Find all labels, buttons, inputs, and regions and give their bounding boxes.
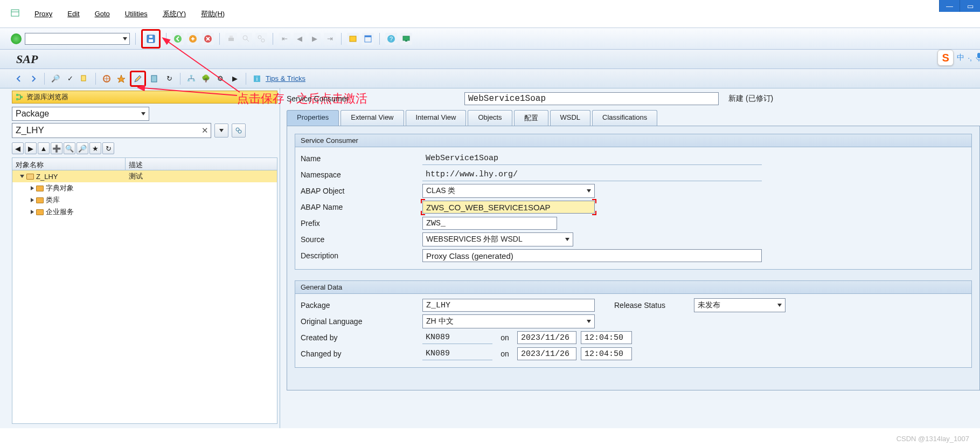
other-object-icon[interactable] [149,73,161,85]
display-button[interactable] [232,123,246,138]
tips-tricks-link[interactable]: Tips & Tricks [266,74,305,83]
tab-bar: Properties External View Internal View O… [287,110,980,126]
orig-lang-dropdown[interactable]: ZH 中文 [422,314,595,328]
test-icon[interactable]: ▶ [229,73,241,85]
display-icon[interactable]: 🔎 [50,73,61,85]
tree-header: 对象名称 描述 [12,157,277,170]
tab-properties[interactable]: Properties [287,110,339,126]
cancel-button[interactable] [202,33,214,45]
help-button[interactable]: ? [385,33,397,45]
maximize-button[interactable]: ▭ [960,0,980,12]
tab-wsdl[interactable]: WSDL [550,110,591,126]
gui-settings-button[interactable] [400,33,412,45]
menu-goto[interactable]: Goto [95,10,110,18]
tab-config[interactable]: 配置 [514,110,548,126]
hierarchy-icon[interactable] [185,73,197,85]
namespace-label: Namespace [301,170,418,179]
menu-system[interactable]: 系统(Y) [163,9,186,19]
tree-icon[interactable]: 🌳 [200,73,212,85]
edit-button[interactable] [132,73,144,85]
created-date-field: 2023/11/26 [517,331,576,344]
chevron-down-icon [565,238,569,241]
command-field[interactable] [25,33,130,45]
sap-title: SAP [0,50,980,69]
tree-row[interactable]: 字典对象 [12,182,277,194]
minimize-button[interactable]: — [939,0,960,12]
info-icon[interactable]: i [251,73,263,85]
ime-mic-icon[interactable] [975,52,980,64]
abap-object-dropdown[interactable]: CLAS 类 [422,184,595,198]
tree-row[interactable]: 类库 [12,194,277,206]
tree-node-label: 字典对象 [46,183,74,193]
separator [379,33,380,45]
where-used-icon[interactable] [101,73,113,85]
svg-point-4 [174,35,182,43]
tab-external-view[interactable]: External View [340,110,404,126]
tree-up-button[interactable]: ▲ [38,142,50,154]
source-dropdown[interactable]: WEBSERVICES 外部 WSDL [422,232,573,246]
tab-objects[interactable]: Objects [468,110,512,126]
svg-point-10 [258,36,261,39]
tree-body: Z_LHY 测试 字典对象 类库 企业服务 [12,170,277,424]
prefix-field[interactable]: ZWS_ [422,217,557,230]
description-field[interactable]: Proxy Class (generated) [422,249,762,262]
package-history-button[interactable] [214,123,228,138]
exit-button[interactable] [187,33,199,45]
refresh-icon[interactable]: ↻ [163,73,175,85]
tree-next-button[interactable]: ▶ [25,142,37,154]
find-next-button [255,33,267,45]
service-consumer-field[interactable]: WebService1Soap [464,92,719,105]
release-status-dropdown[interactable]: 未发布 [694,298,786,312]
menu-proxy[interactable]: Proxy [34,10,52,18]
source-value: WEBSERVICES 外部 WSDL [426,235,523,244]
group-title: Service Consumer [295,134,971,147]
layout-button[interactable] [362,33,374,45]
tree-fav-button[interactable]: ★ [89,142,101,154]
tab-classifications[interactable]: Classifications [592,110,657,126]
tree-row[interactable]: Z_LHY 测试 [12,170,277,182]
ime-lang[interactable]: 中 [957,53,964,63]
tree-node-desc: 测试 [126,171,143,181]
tree-find-button[interactable]: 🔍 [64,142,75,154]
ime-punct[interactable]: ·, [968,53,972,62]
expand-icon[interactable] [31,210,34,214]
save-button[interactable] [145,33,157,45]
abap-name-field[interactable]: ZWS_CO_WEB_SERVICE1SOAP [422,201,595,214]
tab-content: Service Consumer Name WebService1Soap Na… [287,126,980,390]
tab-internal-view[interactable]: Internal View [406,110,467,126]
expand-icon[interactable] [31,198,34,202]
activate-icon[interactable] [115,73,127,85]
new-session-button[interactable] [347,33,359,45]
expand-icon[interactable] [31,186,34,190]
back-button[interactable] [172,33,184,45]
nav-back-icon[interactable] [13,73,25,85]
on-label: on [497,333,513,342]
menu-utilities[interactable]: Utilities [125,10,148,18]
tree-add-button[interactable]: ➕ [51,142,62,154]
tree-find2-button[interactable]: 🔎 [77,142,88,154]
activate-prev-icon[interactable] [79,73,91,85]
svg-rect-29 [16,94,18,96]
expand-icon[interactable] [20,175,24,178]
check-icon[interactable]: ✓ [64,73,76,85]
menu-edit[interactable]: Edit [67,10,79,18]
created-time-field: 12:04:50 [581,331,632,344]
package-field[interactable]: Z_LHY [422,299,595,312]
clear-icon[interactable]: ✕ [201,126,208,135]
tree-node-label: 类库 [46,195,60,205]
regenerate-icon[interactable]: ⚙ [214,73,226,85]
tree-prev-button[interactable]: ◀ [12,142,24,154]
menu-help[interactable]: 帮助(H) [201,9,225,19]
nav-forward-icon[interactable] [27,73,39,85]
standard-toolbar: ⇤ ◀ ▶ ⇥ ? [0,28,980,50]
enter-icon[interactable] [11,33,22,44]
separator [246,73,246,85]
object-type-dropdown[interactable]: Package [12,107,149,121]
ime-s-icon[interactable]: S [937,50,954,66]
svg-rect-2 [149,39,153,42]
tree-refresh-button[interactable]: ↻ [102,142,114,154]
menu-icon[interactable] [11,9,19,19]
tree-row[interactable]: 企业服务 [12,206,277,218]
package-input[interactable]: Z_LHY ✕ [12,123,211,138]
changed-by-field: KN089 [422,347,492,360]
